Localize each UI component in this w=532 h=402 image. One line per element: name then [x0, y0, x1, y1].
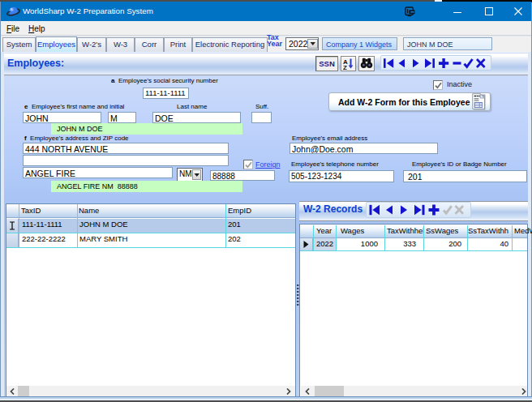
svg-text:Z: Z: [343, 64, 347, 70]
